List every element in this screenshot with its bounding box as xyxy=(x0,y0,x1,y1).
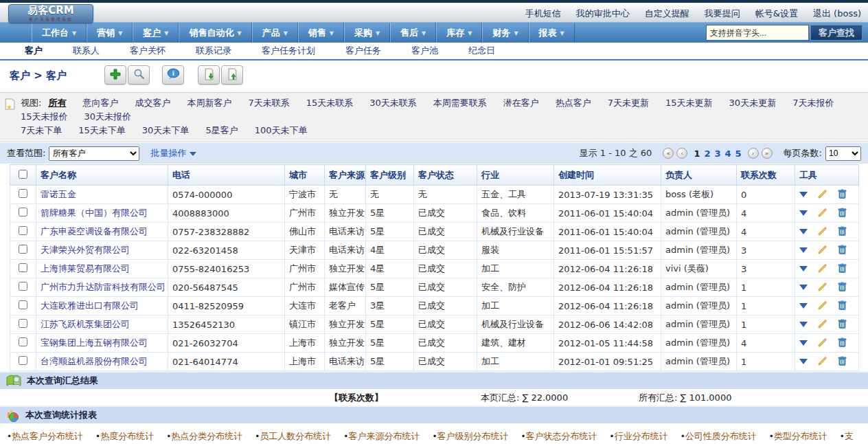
customer-search-button[interactable]: 客户查找 xyxy=(810,25,863,41)
top-link[interactable]: 自定义提醒 xyxy=(645,8,689,19)
delete-icon[interactable] xyxy=(838,283,847,293)
view-filter-潜在客户[interactable]: 潜在客户 xyxy=(503,96,539,110)
page-number-1[interactable]: 1 xyxy=(694,148,700,159)
view-filter-意向客户[interactable]: 意向客户 xyxy=(82,96,118,110)
view-filter-15天未联系[interactable]: 15天未联系 xyxy=(306,96,354,110)
view-filter-成交客户[interactable]: 成交客户 xyxy=(135,96,170,110)
nav-item-财务[interactable]: 财务▼ xyxy=(482,23,528,43)
edit-icon[interactable] xyxy=(818,190,827,201)
view-filter-15天未下单[interactable]: 15天未下单 xyxy=(78,124,126,137)
column-header-电话[interactable]: 电话 xyxy=(168,165,285,186)
customer-name-link[interactable]: 上海博莱贸易有限公司 xyxy=(41,263,130,274)
customer-name-link[interactable]: 箭牌糖果（中国）有限公司 xyxy=(41,208,148,218)
customer-name-link[interactable]: 宝钢集团上海五钢有限公司 xyxy=(41,337,148,348)
nav-item-报表[interactable]: 报表▼ xyxy=(529,23,575,43)
page-number-2[interactable]: 2 xyxy=(704,148,710,159)
row-checkbox[interactable] xyxy=(19,356,27,365)
view-filter-15天未更新[interactable]: 15天未更新 xyxy=(665,96,713,110)
row-checkbox[interactable] xyxy=(19,337,27,346)
batch-actions-button[interactable]: 批量操作 xyxy=(150,147,196,159)
customer-name-link[interactable]: 天津荣兴外贸有限公司 xyxy=(41,245,130,255)
prev-page-button[interactable]: ‹ xyxy=(676,148,687,159)
subnav-item-客户任务计划[interactable]: 客户任务计划 xyxy=(247,45,330,57)
view-filter-100天未下单[interactable]: 100天未下单 xyxy=(255,124,308,137)
view-filter-30天未下单[interactable]: 30天未下单 xyxy=(142,124,190,137)
view-filter-30天未联系[interactable]: 30天未联系 xyxy=(369,96,417,110)
column-header-客户来源[interactable]: 客户来源 xyxy=(325,165,366,186)
row-checkbox[interactable] xyxy=(19,208,27,217)
row-actions-dropdown-icon[interactable] xyxy=(799,192,808,197)
nav-item-销售[interactable]: 销售▼ xyxy=(298,23,344,43)
delete-icon[interactable] xyxy=(838,246,847,256)
app-logo[interactable]: 易客CRM 客户关系管理系统 xyxy=(8,4,93,23)
edit-icon[interactable] xyxy=(818,227,827,238)
column-header-客户状态[interactable]: 客户状态 xyxy=(414,165,477,186)
customer-name-link[interactable]: 江苏飞跃机泵集团公司 xyxy=(41,319,130,329)
row-checkbox[interactable] xyxy=(19,226,27,235)
per-page-select[interactable]: 10 xyxy=(825,146,861,161)
stat-report-link-客户级别分布统计[interactable]: 客户级别分布统计 xyxy=(437,431,508,441)
nav-item-产品[interactable]: 产品▼ xyxy=(252,23,298,43)
view-filter-本周需要联系[interactable]: 本周需要联系 xyxy=(433,96,487,110)
view-filter-15天未报价[interactable]: 15天未报价 xyxy=(21,110,68,124)
delete-icon[interactable] xyxy=(838,209,847,219)
subnav-item-客户任务[interactable]: 客户任务 xyxy=(330,45,396,57)
customer-name-link[interactable]: 广东申菱空调设备有限公司 xyxy=(41,226,148,236)
column-header-客户名称[interactable]: 客户名称 xyxy=(36,165,168,186)
stat-report-link-热点分类分布统计[interactable]: 热点分类分布统计 xyxy=(171,431,242,441)
edit-icon[interactable] xyxy=(818,283,827,293)
subnav-item-客户关怀[interactable]: 客户关怀 xyxy=(115,45,181,57)
view-filter-30天未更新[interactable]: 30天未更新 xyxy=(729,96,777,110)
subnav-item-纪念日[interactable]: 纪念日 xyxy=(453,45,510,57)
view-filter-本周新客户[interactable]: 本周新客户 xyxy=(187,96,231,110)
column-header-负责人[interactable]: 负责人 xyxy=(661,165,737,186)
view-filter-7天未报价[interactable]: 7天未报价 xyxy=(792,96,834,110)
view-filter-7天未联系[interactable]: 7天未联系 xyxy=(248,96,289,110)
stat-report-link-类型分布统计[interactable]: 类型分布统计 xyxy=(774,431,827,441)
advanced-search-button[interactable] xyxy=(128,65,150,85)
edit-icon[interactable] xyxy=(818,357,827,368)
delete-icon[interactable] xyxy=(838,339,847,349)
nav-item-营销[interactable]: 营销▼ xyxy=(87,23,133,43)
scope-select[interactable]: 所有客户 xyxy=(49,146,139,161)
edit-icon[interactable] xyxy=(818,246,827,256)
nav-item-客户[interactable]: 客户▼ xyxy=(133,23,179,43)
nav-item-采购[interactable]: 采购▼ xyxy=(344,23,390,43)
nav-item-库存[interactable]: 库存▼ xyxy=(436,23,482,43)
delete-icon[interactable] xyxy=(838,190,847,201)
comment-button[interactable]: i xyxy=(162,65,184,85)
edit-icon[interactable] xyxy=(818,265,827,275)
stat-report-link-热度分布统计[interactable]: 热度分布统计 xyxy=(100,431,154,441)
view-filter-热点客户[interactable]: 热点客户 xyxy=(556,96,591,110)
edit-icon[interactable] xyxy=(818,339,827,349)
row-checkbox[interactable] xyxy=(19,263,27,272)
export-button[interactable] xyxy=(198,65,220,85)
import-button[interactable] xyxy=(221,65,243,85)
edit-icon[interactable] xyxy=(818,209,827,219)
page-number-4[interactable]: 4 xyxy=(725,148,731,159)
row-actions-dropdown-icon[interactable] xyxy=(799,340,808,346)
row-checkbox[interactable] xyxy=(19,282,27,291)
stat-report-link-热点客户分布统计[interactable]: 热点客户分布统计 xyxy=(12,431,83,441)
top-link[interactable]: 我要提问 xyxy=(705,8,740,19)
subnav-item-客户池[interactable]: 客户池 xyxy=(396,45,453,57)
subnav-item-客户[interactable]: 客户 xyxy=(10,45,58,57)
row-actions-dropdown-icon[interactable] xyxy=(799,322,808,327)
customer-name-link[interactable]: 广州市力升达防雷科技有限公司 xyxy=(41,282,165,292)
row-actions-dropdown-icon[interactable] xyxy=(799,229,808,234)
row-checkbox[interactable] xyxy=(19,319,27,328)
column-header-联系次数[interactable]: 联系次数 xyxy=(737,165,795,186)
subnav-item-联系人[interactable]: 联系人 xyxy=(58,45,115,57)
row-actions-dropdown-icon[interactable] xyxy=(799,359,808,364)
delete-icon[interactable] xyxy=(838,357,847,368)
nav-item-工作台[interactable]: 工作台▼ xyxy=(32,23,87,43)
row-checkbox[interactable] xyxy=(19,189,27,198)
row-actions-dropdown-icon[interactable] xyxy=(799,285,808,290)
next-page-button[interactable]: › xyxy=(748,148,759,159)
customer-name-link[interactable]: 雷诺五金 xyxy=(41,189,76,199)
row-actions-dropdown-icon[interactable] xyxy=(799,247,808,253)
column-header-工具[interactable]: 工具 xyxy=(795,165,859,186)
delete-icon[interactable] xyxy=(838,302,847,312)
stat-report-link-行业分布统计[interactable]: 行业分布统计 xyxy=(615,431,668,441)
stat-report-link-客户状态分布统计[interactable]: 客户状态分布统计 xyxy=(526,431,597,441)
